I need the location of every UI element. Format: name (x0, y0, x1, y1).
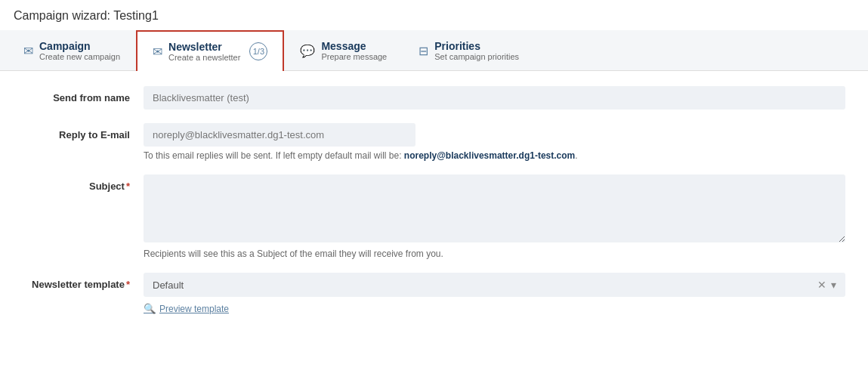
send-from-name-label: Send from name (23, 86, 144, 103)
preview-template-link[interactable]: 🔍 Preview template (144, 303, 845, 314)
page-title: Campaign wizard: Testing1 (0, 0, 868, 30)
tabs-bar: ✉ Campaign Create new campaign ✉ Newslet… (0, 30, 868, 71)
newsletter-icon: ✉ (153, 45, 162, 59)
search-icon: 🔍 (144, 303, 156, 314)
newsletter-template-label: Newsletter template* (23, 273, 144, 290)
tab-newsletter-subtitle: Create a newsletter (168, 53, 240, 62)
tab-newsletter[interactable]: ✉ Newsletter Create a newsletter 1/3 (136, 30, 284, 71)
tab-message-subtitle: Prepare message (321, 52, 387, 61)
subject-field: Recipients will see this as a Subject of… (144, 174, 845, 259)
reply-to-email-input[interactable] (144, 123, 415, 147)
subject-label: Subject* (23, 174, 144, 192)
message-icon: 💬 (300, 44, 315, 58)
newsletter-template-value: Default (153, 279, 817, 291)
newsletter-template-row: Newsletter template* Default ✕ ▾ 🔍 Previ… (23, 273, 845, 314)
send-from-name-input[interactable] (144, 86, 845, 110)
tab-priorities-subtitle: Set campaign priorities (434, 52, 519, 61)
tab-message[interactable]: 💬 Message Prepare message (284, 30, 403, 70)
newsletter-template-field: Default ✕ ▾ 🔍 Preview template (144, 273, 845, 314)
form-area: Send from name Reply to E-mail To this e… (0, 71, 868, 343)
reply-to-email-row: Reply to E-mail To this email replies wi… (23, 123, 845, 161)
tab-priorities[interactable]: ⊟ Priorities Set campaign priorities (403, 30, 535, 70)
tab-newsletter-label: Newsletter (168, 41, 240, 53)
subject-input[interactable] (144, 174, 845, 242)
tab-priorities-label: Priorities (434, 40, 519, 52)
reply-to-email-label: Reply to E-mail (23, 123, 144, 140)
send-from-name-field (144, 86, 845, 110)
reply-to-email-field: To this email replies will be sent. If l… (144, 123, 845, 161)
campaign-icon: ✉ (23, 44, 33, 58)
tab-campaign-subtitle: Create new campaign (39, 52, 120, 61)
newsletter-badge: 1/3 (249, 42, 267, 60)
priorities-icon: ⊟ (419, 44, 428, 58)
newsletter-template-select[interactable]: Default ✕ ▾ (144, 273, 845, 297)
subject-hint: Recipients will see this as a Subject of… (144, 249, 845, 259)
chevron-down-icon[interactable]: ▾ (831, 279, 836, 291)
preview-template-label: Preview template (159, 304, 229, 314)
subject-required: * (126, 181, 130, 192)
send-from-name-row: Send from name (23, 86, 845, 110)
tab-campaign-label: Campaign (39, 40, 120, 52)
clear-icon[interactable]: ✕ (817, 279, 826, 291)
reply-to-default-email: noreply@blacklivesmatter.dg1-test.com (404, 150, 575, 161)
select-actions: ✕ ▾ (817, 279, 836, 291)
tab-message-label: Message (321, 40, 387, 52)
template-required: * (126, 279, 130, 290)
tab-campaign[interactable]: ✉ Campaign Create new campaign (8, 30, 136, 70)
reply-to-email-hint: To this email replies will be sent. If l… (144, 150, 845, 161)
subject-row: Subject* Recipients will see this as a S… (23, 174, 845, 259)
